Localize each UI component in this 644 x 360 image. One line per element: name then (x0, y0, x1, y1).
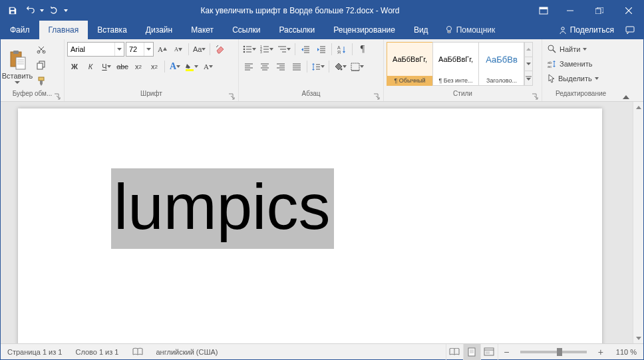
copy-button[interactable] (34, 58, 49, 73)
highlight-button[interactable] (184, 59, 200, 74)
group-label-font: Шрифт (67, 90, 236, 101)
close-button[interactable] (614, 1, 643, 21)
cut-button[interactable] (34, 42, 49, 57)
tab-home[interactable]: Главная (39, 21, 88, 39)
shading-button[interactable] (332, 59, 348, 74)
font-color-button[interactable]: A (201, 59, 216, 74)
scroll-up-button[interactable] (633, 102, 643, 112)
numbering-button[interactable]: 123 (259, 42, 275, 57)
font-name-combo[interactable]: Arial (67, 42, 124, 57)
zoom-thumb[interactable] (557, 348, 562, 356)
paragraph-launcher[interactable] (373, 93, 380, 100)
svg-rect-5 (626, 27, 634, 32)
clipboard-launcher[interactable] (53, 93, 61, 100)
multilevel-list-icon (277, 45, 287, 53)
bold-button[interactable]: Ж (67, 59, 82, 74)
text-effects-button[interactable]: A (168, 59, 182, 74)
undo-dropdown[interactable] (39, 3, 45, 18)
strikethrough-button[interactable]: abc (115, 59, 130, 74)
clear-formatting-button[interactable] (213, 42, 228, 57)
italic-button[interactable]: К (83, 59, 98, 74)
line-spacing-button[interactable] (310, 59, 326, 74)
tab-references[interactable]: Ссылки (223, 21, 269, 39)
page[interactable]: lumpics (18, 108, 602, 343)
gallery-scroll-down[interactable] (524, 57, 532, 72)
sort-button[interactable]: AЯ (335, 42, 349, 57)
paint-bucket-icon (333, 63, 343, 71)
svg-point-3 (446, 27, 451, 31)
format-painter-button[interactable] (34, 74, 49, 89)
justify-button[interactable] (289, 59, 304, 74)
collapse-ribbon-button[interactable] (619, 39, 633, 101)
redo-button[interactable] (46, 3, 62, 19)
replace-button[interactable]: abac Заменить (545, 57, 617, 71)
tab-mailings[interactable]: Рассылки (269, 21, 324, 39)
view-web-layout[interactable] (480, 344, 498, 360)
tab-layout[interactable]: Макет (182, 21, 223, 39)
status-page[interactable]: Страница 1 из 1 (1, 344, 69, 359)
comments-button[interactable] (621, 20, 639, 40)
svg-point-17 (243, 51, 245, 53)
gallery-more[interactable] (524, 71, 532, 85)
zoom-level[interactable]: 110 % (609, 348, 643, 356)
align-center-button[interactable] (257, 59, 272, 74)
tell-me-search[interactable]: Помощник (438, 21, 502, 39)
selected-text[interactable]: lumpics (111, 168, 334, 249)
share-button[interactable]: Поделиться (558, 25, 614, 35)
separator (307, 61, 307, 73)
styles-launcher[interactable] (531, 93, 538, 100)
subscript-button[interactable]: x2 (131, 59, 146, 74)
font-launcher[interactable] (228, 93, 235, 100)
bullets-button[interactable] (242, 42, 257, 57)
view-read-mode[interactable] (446, 344, 463, 360)
show-marks-button[interactable]: ¶ (355, 42, 370, 57)
select-label: Выделить (558, 75, 592, 83)
view-print-layout[interactable] (463, 344, 480, 360)
change-case-button[interactable]: Aa (192, 42, 207, 57)
superscript-button[interactable]: x2 (147, 59, 162, 74)
decrease-indent-button[interactable] (298, 42, 313, 57)
svg-rect-11 (39, 61, 45, 67)
multilevel-list-button[interactable] (276, 42, 292, 57)
grow-font-button[interactable]: A (155, 42, 170, 57)
style-no-spacing[interactable]: АаБбВвГг, ¶ Без инте... (432, 42, 479, 86)
vertical-scrollbar[interactable] (633, 102, 643, 343)
increase-indent-button[interactable] (314, 42, 329, 57)
zoom-in-button[interactable]: + (592, 344, 609, 360)
style-heading1[interactable]: АаБбВв Заголово... (478, 42, 525, 86)
ribbon-display-options-button[interactable] (532, 1, 556, 21)
style-normal[interactable]: АаБбВвГг, ¶ Обычный (387, 42, 433, 86)
zoom-slider[interactable] (520, 351, 587, 353)
status-proofing[interactable] (126, 344, 150, 359)
align-right-button[interactable] (273, 59, 288, 74)
document-viewport[interactable]: lumpics (1, 102, 633, 343)
gallery-scroll-up[interactable] (524, 43, 532, 57)
svg-point-10 (43, 51, 45, 53)
caret-down-icon (178, 47, 182, 51)
align-left-button[interactable] (242, 59, 256, 74)
paste-button[interactable]: Вставить (3, 41, 31, 90)
shrink-font-button[interactable]: A (171, 42, 186, 57)
maximize-button[interactable] (585, 1, 614, 21)
tab-view[interactable]: Вид (404, 21, 438, 39)
scroll-down-button[interactable] (633, 333, 643, 343)
status-words[interactable]: Слово 1 из 1 (69, 344, 125, 359)
select-button[interactable]: Выделить (545, 71, 617, 86)
tab-review[interactable]: Рецензирование (324, 21, 404, 39)
chevron-down-icon (15, 81, 20, 84)
qat-customize-dropdown[interactable] (63, 3, 69, 18)
scroll-track[interactable] (633, 112, 643, 333)
save-button[interactable] (5, 3, 21, 19)
borders-button[interactable] (349, 59, 365, 74)
status-language[interactable]: английский (США) (150, 344, 225, 359)
tab-insert[interactable]: Вставка (88, 21, 136, 39)
zoom-out-button[interactable]: − (498, 344, 515, 360)
minimize-button[interactable] (556, 1, 585, 21)
underline-button[interactable]: Ч (99, 59, 114, 74)
undo-button[interactable] (22, 3, 38, 19)
copy-icon (37, 61, 46, 70)
tab-file[interactable]: Файл (1, 21, 39, 39)
tab-design[interactable]: Дизайн (136, 21, 182, 39)
font-size-combo[interactable]: 72 (126, 42, 154, 57)
find-button[interactable]: Найти (545, 42, 617, 57)
